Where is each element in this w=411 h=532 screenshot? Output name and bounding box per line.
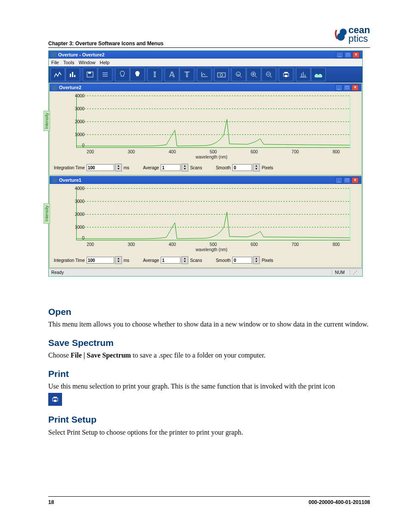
svg-rect-24 xyxy=(285,75,287,77)
chapter-header: Chapter 3: Overture Software Icons and M… xyxy=(48,40,163,47)
irradiance-icon[interactable]: 𝕀 xyxy=(147,68,162,81)
plot[interactable]: 4000 3000 2000 1000 0 200 300 400 500 60… xyxy=(76,96,350,148)
section-open-body: This menu item allows you to choose whet… xyxy=(48,320,370,329)
smooth-input[interactable] xyxy=(232,257,252,264)
xtick: 700 xyxy=(292,242,299,247)
spinner[interactable] xyxy=(181,164,188,171)
app-window: Overture - Overture2 _ □ × File Tools Wi… xyxy=(48,50,363,277)
section-printsetup-title: Print Setup xyxy=(48,414,370,425)
svg-rect-30 xyxy=(53,397,57,398)
panel-close-button[interactable]: × xyxy=(352,177,359,184)
integration-input[interactable] xyxy=(87,164,114,171)
ms-label: ms xyxy=(124,258,129,263)
y-axis-label: Intensity xyxy=(44,111,50,131)
doc-number: 000-20000-400-01-201108 xyxy=(308,499,370,505)
status-left: Ready xyxy=(51,270,64,275)
menu-tools[interactable]: Tools xyxy=(63,60,75,65)
menu-help[interactable]: Help xyxy=(100,60,110,65)
peaks-icon[interactable] xyxy=(296,68,311,81)
status-num: NUM xyxy=(332,270,347,275)
panel-minimize-button[interactable]: _ xyxy=(335,84,342,91)
zoom-out-icon[interactable] xyxy=(262,68,276,81)
page-number: 18 xyxy=(48,499,54,505)
spinner[interactable] xyxy=(115,256,122,264)
average-input[interactable] xyxy=(161,257,181,264)
area-icon[interactable] xyxy=(311,68,326,81)
svg-line-16 xyxy=(255,76,257,78)
print-icon[interactable] xyxy=(279,68,293,81)
panel-minimize-button[interactable]: _ xyxy=(335,177,342,184)
lightbulb-outline-icon[interactable] xyxy=(115,68,130,81)
panel-maximize-button[interactable]: □ xyxy=(343,84,351,91)
xtick: 600 xyxy=(251,149,258,154)
xtick: 200 xyxy=(87,149,94,154)
section-save-body: Choose File | Save Spectrum to save a .s… xyxy=(48,351,370,360)
section-print-body: Use this menu selection to print your gr… xyxy=(48,382,370,391)
average-input[interactable] xyxy=(161,164,181,171)
transmission-icon[interactable]: 𝕋 xyxy=(180,68,194,81)
svg-text:xy: xy xyxy=(237,73,240,76)
xtick: 500 xyxy=(210,242,217,247)
xtick: 800 xyxy=(333,242,340,247)
integration-input[interactable] xyxy=(87,257,114,264)
text: Choose xyxy=(48,352,71,359)
y-axis-label: Intensity xyxy=(44,203,50,224)
xtick: 200 xyxy=(87,242,94,247)
x-axis-label: wavelength (nm) xyxy=(67,247,356,252)
absorbance-icon[interactable]: 𝔸 xyxy=(165,68,179,81)
lightbulb-filled-icon[interactable] xyxy=(130,68,145,81)
average-label: Average xyxy=(143,165,159,170)
spinner[interactable] xyxy=(115,164,122,171)
menu-window[interactable]: Window xyxy=(78,60,95,65)
toolbar: 𝕀 𝔸 𝕋 xy xyxy=(49,66,362,83)
panel-maximize-button[interactable]: □ xyxy=(343,177,351,184)
zoom-in-icon[interactable] xyxy=(246,68,261,81)
scans-label: Scans xyxy=(190,258,202,263)
average-label: Average xyxy=(143,258,159,263)
plot-icon[interactable] xyxy=(50,68,65,81)
spinner[interactable] xyxy=(181,256,188,264)
section-printsetup-body: Select Print Setup to choose options for… xyxy=(48,428,370,437)
spinner[interactable] xyxy=(253,164,260,171)
integration-label: Integration Time xyxy=(54,258,85,263)
spectrum-line xyxy=(77,188,350,240)
section-open-title: Open xyxy=(48,306,370,317)
resize-grip-icon[interactable]: ⋰ xyxy=(350,270,360,275)
camera-icon[interactable] xyxy=(214,68,229,81)
xyplot-icon[interactable] xyxy=(197,68,212,81)
zoom-fit-icon[interactable]: xy xyxy=(231,68,246,81)
panel-titlebar[interactable]: Overture2 _ □ × xyxy=(50,84,361,91)
panel-title-text: Overture2 xyxy=(59,85,81,90)
xtick: 800 xyxy=(333,149,340,154)
panel-close-button[interactable]: × xyxy=(352,84,359,91)
svg-rect-31 xyxy=(54,400,56,402)
maximize-button[interactable]: □ xyxy=(344,52,352,58)
panel-icon xyxy=(52,85,57,90)
x-axis-label: wavelength (nm) xyxy=(67,155,356,159)
scans-label: Scans xyxy=(190,165,202,170)
save-icon[interactable] xyxy=(83,68,97,81)
xtick: 400 xyxy=(169,242,176,247)
xtick: 300 xyxy=(128,242,135,247)
close-button[interactable]: × xyxy=(352,52,360,58)
smooth-input[interactable] xyxy=(232,164,252,171)
pixels-label: Pixels xyxy=(262,258,273,263)
list-icon[interactable] xyxy=(98,68,112,81)
spectrum-line xyxy=(77,96,350,147)
main-titlebar[interactable]: Overture - Overture2 _ □ × xyxy=(49,51,362,59)
panel-titlebar[interactable]: Overture1 _ □ × xyxy=(50,176,361,184)
svg-rect-2 xyxy=(70,74,71,77)
menu-file[interactable]: File xyxy=(51,60,59,65)
bars-icon[interactable] xyxy=(65,68,80,81)
svg-point-11 xyxy=(220,74,223,76)
minimize-button[interactable]: _ xyxy=(336,52,343,58)
integration-label: Integration Time xyxy=(54,165,85,170)
xtick: 300 xyxy=(128,149,135,154)
panel-overture1: Overture1 _ □ × Intensity 4000 3000 2000… xyxy=(49,176,362,268)
panel-overture2: Overture2 _ □ × Intensity 4000 3000 2000… xyxy=(49,83,362,175)
svg-rect-4 xyxy=(74,75,75,77)
plot[interactable]: 4000 3000 2000 1000 0 200 300 400 500 60… xyxy=(76,188,350,240)
panel-icon xyxy=(52,177,57,183)
panel-title-text: Overture1 xyxy=(59,177,81,183)
spinner[interactable] xyxy=(253,256,260,264)
